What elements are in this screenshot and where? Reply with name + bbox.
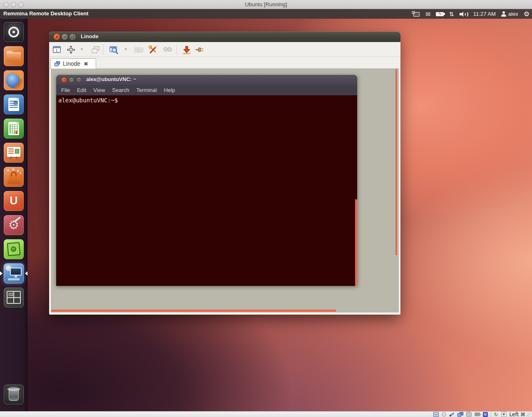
- grab-keyboard-icon[interactable]: [133, 44, 144, 55]
- launcher-item-dash-home[interactable]: [4, 22, 24, 42]
- terminal-scrollbar[interactable]: [355, 199, 357, 286]
- unity-launcher: U ⚙: [0, 19, 27, 411]
- fullscreen-dropdown-icon[interactable]: ▾: [81, 47, 83, 51]
- menu-view[interactable]: View: [93, 87, 105, 93]
- battery-icon[interactable]: ϟ: [436, 12, 444, 16]
- mail-icon[interactable]: ✉: [425, 11, 430, 17]
- optical-disc-icon[interactable]: [442, 412, 446, 417]
- remmina-tabbar: Linode ✖: [49, 57, 400, 69]
- username-label: alex: [508, 11, 518, 17]
- system-settings-icon: ⚙: [4, 218, 24, 232]
- remmina-running-indicator: [0, 271, 2, 276]
- launcher-item-files[interactable]: [4, 46, 24, 66]
- svg-text:1: 1: [56, 48, 58, 52]
- host-titlebar: Ubuntu [Running]: [0, 0, 532, 9]
- menu-help[interactable]: Help: [164, 87, 175, 93]
- workspace-switcher-icon: [7, 291, 21, 304]
- remmina-close-button[interactable]: ×: [53, 33, 60, 40]
- remmina-focus-indicator: [25, 271, 27, 276]
- ubuntu-top-panel: Remmina Remote Desktop Client ✉ ϟ ⇅ 11:2…: [0, 9, 532, 19]
- user-menu[interactable]: alex: [501, 11, 518, 17]
- minimize-connection-icon[interactable]: [181, 44, 192, 55]
- tab-linode[interactable]: Linode ✖: [50, 58, 96, 69]
- launcher-item-trash[interactable]: [4, 385, 24, 405]
- launcher-item-firefox[interactable]: [4, 70, 24, 90]
- terminal-minimize-button[interactable]: −: [69, 77, 75, 83]
- terminal-window: × − ▢ alex@ubuntuVNC: ~ File Edit View S…: [56, 75, 357, 286]
- menu-edit[interactable]: Edit: [77, 87, 86, 93]
- viewport-vertical-scrollbar[interactable]: [395, 69, 397, 255]
- libreoffice-calc-icon: [8, 122, 19, 135]
- menu-search[interactable]: Search: [112, 87, 129, 93]
- tab-label: Linode: [63, 60, 80, 67]
- terminal-body[interactable]: alex@ubuntuVNC:~$: [56, 95, 357, 286]
- display-icon[interactable]: [457, 412, 463, 417]
- host-window-title: Ubuntu [Running]: [0, 1, 532, 7]
- statusbar-separator: [491, 412, 491, 417]
- launcher-item-system-settings[interactable]: ⚙: [4, 215, 24, 235]
- host-key-label: Left ⌘: [510, 412, 525, 417]
- libreoffice-writer-icon: [8, 98, 19, 111]
- remmina-maximize-button[interactable]: ▢: [69, 33, 76, 40]
- scaled-mode-icon[interactable]: [108, 44, 119, 55]
- network-sync-icon[interactable]: ⇅: [449, 11, 454, 17]
- menu-file[interactable]: File: [61, 87, 70, 93]
- launcher-item-remmina[interactable]: [4, 263, 24, 283]
- connection-tab-icon: [54, 61, 60, 67]
- fullscreen-icon[interactable]: [65, 44, 76, 55]
- launcher-item-software-center[interactable]: [4, 167, 24, 187]
- terminal-menubar: File Edit View Search Terminal Help: [56, 85, 357, 95]
- remmina-titlebar[interactable]: × − ▢ Linode: [49, 32, 400, 42]
- usb-icon[interactable]: U: [483, 412, 488, 417]
- keyboard-capture-icon[interactable]: ▼: [501, 412, 507, 417]
- settings-gears-icon[interactable]: ⚙⚙: [162, 44, 172, 55]
- launcher-item-libreoffice-impress[interactable]: [4, 143, 24, 163]
- virtualbox-screen: Ubuntu [Running] Remmina Remote Desktop …: [0, 0, 532, 417]
- remmina-toolbar: 1 ▾ ▾ ⚙⚙: [49, 42, 400, 57]
- shell-prompt: alex@ubuntuVNC:~$: [58, 97, 118, 104]
- terminal-title: alex@ubuntuVNC: ~: [86, 77, 136, 82]
- toolbar-separator: [103, 45, 103, 55]
- tab-close-icon[interactable]: ✖: [84, 61, 88, 67]
- launcher-item-workspace-switcher[interactable]: [4, 288, 24, 308]
- toolbar-separator: [177, 45, 177, 55]
- resize-window-icon[interactable]: 1: [51, 44, 62, 55]
- ubuntu-green-icon: [7, 242, 21, 256]
- scaled-dropdown-icon[interactable]: ▾: [125, 47, 127, 51]
- video-capture-icon[interactable]: [475, 412, 480, 416]
- volume-icon[interactable]: [460, 11, 468, 17]
- mouse-integration-icon[interactable]: ↻: [494, 412, 498, 417]
- duplicate-connection-icon[interactable]: [90, 44, 101, 55]
- network-pen-icon[interactable]: [449, 412, 455, 417]
- user-icon: [501, 11, 506, 17]
- resize-grip[interactable]: [527, 412, 532, 417]
- ubuntu-one-icon: U: [4, 194, 24, 207]
- remmina-window-title: Linode: [81, 33, 99, 40]
- menu-terminal[interactable]: Terminal: [137, 87, 157, 93]
- clock-indicator[interactable]: 11:27 AM: [473, 11, 496, 17]
- launcher-item-libreoffice-calc[interactable]: [4, 119, 24, 139]
- launcher-item-libreoffice-writer[interactable]: [4, 94, 24, 114]
- shared-folder-icon[interactable]: [466, 412, 472, 417]
- active-app-title: Remmina Remote Desktop Client: [3, 10, 88, 17]
- terminal-close-button[interactable]: ×: [61, 77, 67, 83]
- session-gear-icon[interactable]: ⚙: [524, 11, 530, 17]
- terminal-titlebar[interactable]: × − ▢ alex@ubuntuVNC: ~: [56, 75, 357, 85]
- terminal-maximize-button[interactable]: ▢: [76, 77, 82, 83]
- viewport-horizontal-scrollbar[interactable]: [51, 310, 336, 312]
- tools-icon[interactable]: [147, 44, 158, 55]
- remote-desktop-indicator-icon[interactable]: [412, 11, 420, 17]
- hard-disk-icon[interactable]: [433, 412, 439, 417]
- virtualbox-statusbar: U ↻ ▼ Left ⌘: [0, 411, 532, 417]
- indicator-tray: ✉ ϟ ⇅ 11:27 AM alex ⚙: [412, 9, 530, 19]
- launcher-item-ubuntu-green[interactable]: [4, 239, 24, 259]
- launcher-item-ubuntu-one[interactable]: U: [4, 191, 24, 211]
- libreoffice-impress-icon: [7, 147, 20, 157]
- disconnect-icon[interactable]: [194, 44, 205, 55]
- remote-desktop-viewport[interactable]: × − ▢ alex@ubuntuVNC: ~ File Edit View S…: [50, 69, 400, 313]
- remmina-window: × − ▢ Linode 1 ▾ ▾: [49, 32, 400, 315]
- remmina-minimize-button[interactable]: −: [61, 33, 68, 40]
